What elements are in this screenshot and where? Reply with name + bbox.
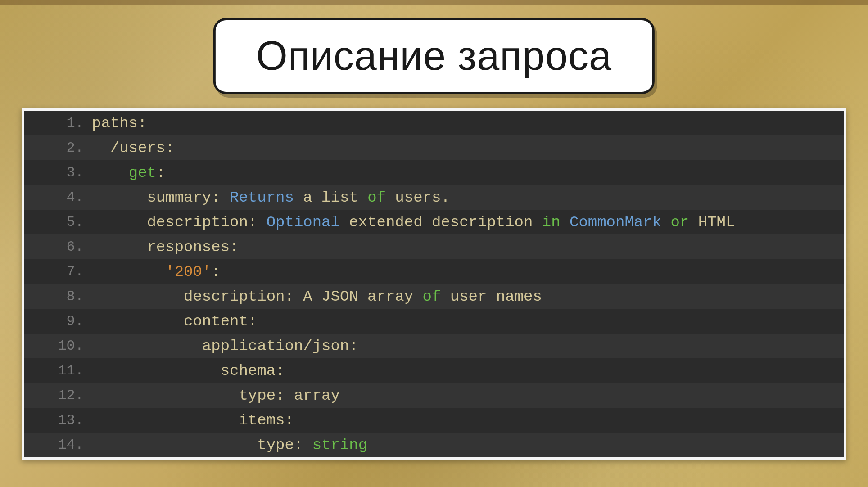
code-content: application/json:: [92, 338, 358, 354]
code-line: 2. /users:: [24, 135, 844, 160]
code-content: type: string: [92, 437, 367, 453]
code-line: 11. schema:: [24, 358, 844, 383]
code-line: 13. items:: [24, 408, 844, 433]
code-line: 5. description: Optional extended descri…: [24, 210, 844, 234]
code-block: 1.paths:2. /users:3. get:4. summary: Ret…: [24, 111, 844, 457]
line-number: 10.: [24, 339, 92, 353]
code-line: 7. '200':: [24, 259, 844, 284]
code-line: 4. summary: Returns a list of users.: [24, 185, 844, 210]
code-content: paths:: [92, 116, 147, 131]
code-content: items:: [92, 413, 294, 428]
code-line: 3. get:: [24, 160, 844, 185]
code-line: 1.paths:: [24, 111, 844, 135]
line-number: 7.: [24, 265, 92, 279]
code-content: /users:: [92, 140, 175, 156]
code-content: description: A JSON array of user names: [92, 289, 542, 304]
code-content: type: array: [92, 388, 340, 403]
code-line: 8. description: A JSON array of user nam…: [24, 284, 844, 309]
code-content: description: Optional extended descripti…: [92, 215, 735, 230]
line-number: 11.: [24, 364, 92, 378]
line-number: 1.: [24, 116, 92, 131]
code-content: '200':: [92, 264, 221, 280]
code-content: content:: [92, 314, 257, 329]
line-number: 14.: [24, 438, 92, 452]
code-line: 6. responses:: [24, 234, 844, 259]
code-content: summary: Returns a list of users.: [92, 190, 450, 205]
line-number: 12.: [24, 388, 92, 403]
code-content: schema:: [92, 363, 285, 379]
line-number: 4.: [24, 190, 92, 205]
slide-title: Описание запроса: [256, 33, 612, 79]
code-content: responses:: [92, 239, 239, 255]
code-line: 10. application/json:: [24, 334, 844, 358]
code-line: 12. type: array: [24, 383, 844, 408]
code-line: 14. type: string: [24, 433, 844, 457]
code-panel: 1.paths:2. /users:3. get:4. summary: Ret…: [22, 108, 846, 460]
title-card: Описание запроса: [213, 18, 655, 94]
line-number: 6.: [24, 240, 92, 254]
line-number: 13.: [24, 413, 92, 428]
line-number: 3.: [24, 166, 92, 180]
line-number: 9.: [24, 314, 92, 329]
code-content: get:: [92, 165, 165, 180]
code-line: 9. content:: [24, 309, 844, 334]
line-number: 5.: [24, 215, 92, 230]
line-number: 2.: [24, 141, 92, 155]
line-number: 8.: [24, 289, 92, 304]
